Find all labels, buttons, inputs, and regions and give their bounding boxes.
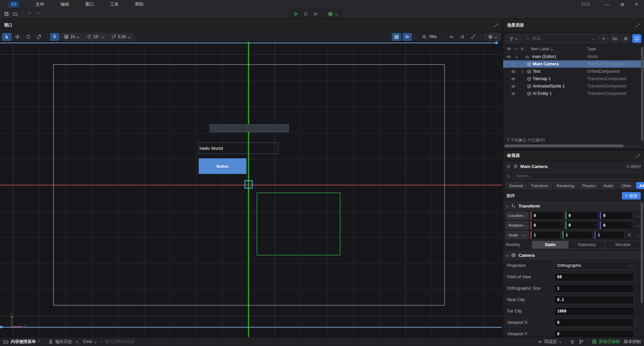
console-command-input[interactable]: > 输入控制台命令 xyxy=(100,339,135,345)
add-entity-button[interactable] xyxy=(599,34,608,43)
version-control-button[interactable]: 版本控制 xyxy=(624,339,641,345)
viewport-expand-button[interactable] xyxy=(494,23,498,27)
text-entity[interactable]: Hello World xyxy=(199,142,278,154)
inspector-expand-button[interactable] xyxy=(636,154,640,158)
save-status[interactable]: 所有已保存 xyxy=(592,339,620,345)
camera-section-header[interactable]: Camera xyxy=(503,250,644,260)
menu-edit[interactable]: 编辑 xyxy=(60,1,69,7)
rotate-tool-button[interactable] xyxy=(23,33,33,41)
menu-tools[interactable]: 工具 xyxy=(110,1,119,7)
tab-physics[interactable]: Physics xyxy=(579,182,599,189)
scene-canvas[interactable]: Hello World Button Y X xyxy=(0,42,502,337)
location-dropdown[interactable]: Location xyxy=(506,212,529,220)
hierarchy-row-main[interactable]: main (Editor) World xyxy=(503,53,644,60)
hierarchy-hscrollbar[interactable] xyxy=(504,145,643,147)
hierarchy-search[interactable] xyxy=(523,34,597,43)
transform-section-header[interactable]: Transform xyxy=(503,201,644,211)
column-item-label[interactable]: Item Label ▲ xyxy=(531,47,553,51)
content-drawer-button[interactable]: 内容侧滑菜单 xyxy=(3,339,40,345)
network-status-icon[interactable] xyxy=(570,339,575,344)
grid-snap-dropdown[interactable]: 10 xyxy=(61,33,82,41)
tab-audio[interactable]: Audio xyxy=(600,182,617,189)
ui-canvas-corner-handle[interactable] xyxy=(495,42,498,44)
eye-column-icon[interactable] xyxy=(507,47,511,51)
eye-icon[interactable] xyxy=(511,84,516,89)
tab-general[interactable]: General xyxy=(506,182,526,189)
scale-x-input[interactable]: 1 xyxy=(530,231,560,239)
output-log-button[interactable]: 输出日志 xyxy=(49,339,72,345)
hierarchy-search-input[interactable] xyxy=(532,36,590,41)
snap-tool-button[interactable] xyxy=(50,33,59,41)
eye-icon[interactable] xyxy=(511,77,516,81)
visibility-toggle-button[interactable] xyxy=(402,33,412,41)
cmd-dropdown[interactable]: >_ Cmd xyxy=(76,339,96,344)
field-of-view-input[interactable]: 60 xyxy=(554,273,634,281)
hierarchy-row-tilemap[interactable]: Tilemap 1 TransformComponent xyxy=(503,75,644,82)
lock-column-icon[interactable] xyxy=(520,47,524,51)
run-mode-dropdown[interactable] xyxy=(328,11,337,17)
expand-chevron-icon[interactable] xyxy=(521,70,523,73)
hierarchy-row-main-camera[interactable]: Main Camera TransformComponent xyxy=(503,60,644,68)
zoom-control[interactable]: 79% xyxy=(419,33,440,41)
rotation-y-input[interactable]: 0° xyxy=(565,221,598,229)
scale-snap-dropdown[interactable]: 0.25 xyxy=(108,33,133,41)
open-folder-button[interactable] xyxy=(11,10,19,17)
scale-dropdown[interactable]: Scale xyxy=(506,231,529,239)
tilemap-entity[interactable] xyxy=(210,124,289,132)
display-mode-button[interactable] xyxy=(632,34,641,43)
new-folder-button[interactable] xyxy=(610,34,619,43)
source-control-branch-icon[interactable] xyxy=(579,339,584,344)
scale-tool-button[interactable] xyxy=(34,33,44,41)
far-clip-input[interactable]: 1000 xyxy=(554,307,634,315)
star-column-icon[interactable]: ☆ xyxy=(514,46,518,51)
lock-icon[interactable] xyxy=(506,164,511,169)
scale-y-input[interactable]: 1 xyxy=(562,231,592,239)
projection-dropdown[interactable]: Orthographic xyxy=(554,262,634,270)
close-button[interactable]: × xyxy=(629,0,644,9)
hierarchy-row-animatedsprite[interactable]: AnimatedSprite 1 TransformComponent xyxy=(503,82,644,90)
orthographic-size-input[interactable]: 1 xyxy=(554,284,634,293)
location-x-input[interactable]: 0 xyxy=(530,212,564,220)
tab-other[interactable]: Other xyxy=(618,182,635,189)
eye-icon[interactable] xyxy=(511,92,516,96)
eye-icon[interactable] xyxy=(506,55,511,59)
minimize-button[interactable]: — xyxy=(600,0,614,9)
scale-z-input[interactable]: 1 xyxy=(594,231,625,239)
mobility-movable[interactable]: Movable xyxy=(605,241,641,248)
mobility-stationary[interactable]: Stationary xyxy=(569,241,605,248)
collapse-chevron-icon[interactable] xyxy=(515,55,518,58)
ai-entity-rect[interactable] xyxy=(257,192,340,255)
tab-rendering[interactable]: Rendering xyxy=(553,182,578,189)
trace-dropdown[interactable]: 回追踪 xyxy=(538,339,561,345)
move-tool-button[interactable] xyxy=(13,33,22,41)
reset-view-button[interactable]: ↺ xyxy=(458,33,467,41)
inspector-search-input[interactable] xyxy=(516,174,638,178)
inspector-vscrollbar[interactable] xyxy=(641,203,643,303)
filter-dropdown[interactable] xyxy=(506,34,521,43)
mobility-static[interactable]: Static xyxy=(532,241,569,248)
select-tool-button[interactable] xyxy=(2,33,11,41)
column-type[interactable]: Type xyxy=(587,47,596,51)
stats-button[interactable] xyxy=(447,33,456,41)
ui-button-entity[interactable]: Button xyxy=(199,158,247,174)
object-settings-icon[interactable]: ⚙ xyxy=(514,164,518,169)
viewport-y-input[interactable]: 0 xyxy=(554,330,634,337)
add-component-button[interactable]: + 添加 xyxy=(622,192,641,199)
hierarchy-expand-button[interactable] xyxy=(636,23,640,27)
tab-transform[interactable]: Transform xyxy=(528,182,552,189)
menu-window[interactable]: 窗口 xyxy=(85,1,94,7)
hierarchy-vscrollbar[interactable] xyxy=(641,47,643,141)
location-y-input[interactable]: 0 xyxy=(565,212,598,220)
save-button[interactable] xyxy=(2,10,11,17)
tab-all[interactable]: All xyxy=(636,182,644,189)
eye-icon[interactable] xyxy=(511,62,516,66)
rotation-z-input[interactable]: 0° xyxy=(600,221,633,229)
fullscreen-button[interactable] xyxy=(468,33,478,41)
scale-lock-icon[interactable] xyxy=(626,233,633,237)
undo-button[interactable]: ↶ xyxy=(25,10,34,17)
viewport-x-input[interactable]: 0 xyxy=(554,319,634,327)
rotation-dropdown[interactable]: Rotation xyxy=(506,221,529,229)
hierarchy-row-text[interactable]: Text UITextComponent xyxy=(503,68,644,75)
stop-button[interactable] xyxy=(303,11,308,16)
hierarchy-row-ai-entity[interactable]: AI Entity 1 TransformComponent xyxy=(503,90,644,97)
